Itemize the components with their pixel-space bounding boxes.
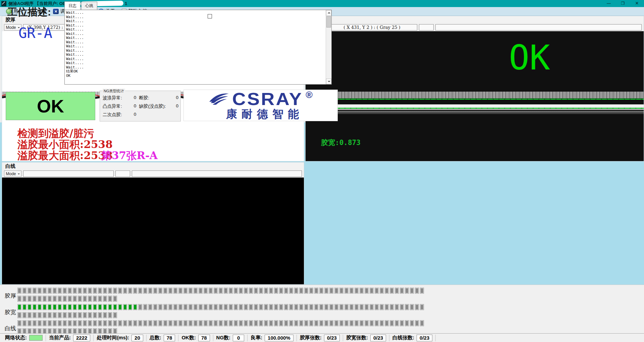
frame-indicator-cell: [370, 304, 374, 310]
frame-indicator-cell: [108, 296, 112, 302]
frame-indicator-cell: [194, 288, 198, 294]
frame-indicator-cell: [133, 288, 137, 294]
result-ok-button[interactable]: OK: [6, 92, 95, 120]
frame-indicator-cell: [329, 320, 333, 326]
frame-indicator-cell: [53, 320, 57, 326]
frame-indicator-cell: [48, 288, 52, 294]
scroll-up-icon[interactable]: [326, 10, 331, 16]
frame-indicator-cell: [244, 288, 248, 294]
frame-indicator-cell: [229, 288, 233, 294]
frame-indicator-cell: [264, 320, 268, 326]
glue-strip-image: [306, 92, 644, 118]
white-line-toolbar: Mode: [2, 170, 304, 178]
ng-stat-value: 0: [176, 103, 178, 109]
frame-indicator-cell: [395, 288, 399, 294]
ng-stat-item: 断胶:0: [139, 95, 180, 101]
frame-indicator-cell: [269, 320, 273, 326]
tab-log[interactable]: 日志: [64, 1, 80, 10]
frame-indicator-cell: [163, 288, 167, 294]
frame-indicator-cell: [98, 296, 102, 302]
frame-indicator-cell: [420, 288, 424, 294]
frame-indicator-cell: [123, 304, 127, 310]
frame-indicator-cell: [58, 312, 62, 318]
frame-indicator-cell: [128, 320, 132, 326]
frame-indicator-cell: [299, 304, 303, 310]
log-checkbox[interactable]: [208, 14, 212, 18]
log-line: Wait....: [66, 65, 324, 70]
log-tabstrip: 日志心跳: [64, 2, 98, 10]
maximize-button[interactable]: ❐: [616, 0, 630, 7]
status-item-label: 当前产品:: [49, 335, 71, 341]
log-line: Wait....: [66, 32, 324, 36]
frame-indicator-cell: [385, 288, 389, 294]
frame-indicator-cell: [58, 304, 62, 310]
scrollbar-thumb[interactable]: [326, 16, 331, 28]
ng-stat-label: 凸点异常:: [103, 103, 122, 109]
scroll-down-icon[interactable]: [326, 79, 331, 84]
result-text-ok: OK: [509, 41, 550, 75]
frame-indicator-cell: [324, 288, 328, 294]
frame-indicator-cell: [259, 288, 263, 294]
frame-indicator-cell: [234, 320, 238, 326]
frame-indicator-cell: [224, 288, 228, 294]
frame-indicator-cell: [148, 288, 152, 294]
indicator-group: 胶宽: [0, 304, 425, 320]
wing-icon: [209, 92, 230, 106]
frame-indicator-cell: [68, 312, 72, 318]
frame-indicator-cell: [309, 288, 313, 294]
frame-indicator-cell: [88, 304, 92, 310]
ng-stat-label: 二次点胶:: [103, 112, 122, 118]
frame-indicator-cell: [22, 312, 26, 318]
mode-dropdown[interactable]: Mode: [4, 170, 21, 177]
frame-indicator-cell: [173, 304, 177, 310]
frame-indicator-cell: [209, 320, 213, 326]
frame-indicator-cell: [123, 288, 127, 294]
frame-indicator-cell: [189, 288, 193, 294]
status-item-label: OK数:: [181, 335, 196, 341]
log-output[interactable]: Wait....Wait....Wait....Wait....Wait....…: [64, 10, 332, 85]
frame-indicator-cell: [22, 296, 26, 302]
frame-indicator-cell: [33, 304, 37, 310]
frame-indicator-cell: [63, 288, 67, 294]
frame-indicator-cell: [113, 288, 117, 294]
frame-indicator-cell: [148, 320, 152, 326]
station-name: GR-A: [18, 25, 52, 41]
frame-indicator-cell: [53, 296, 57, 302]
frame-indicator-cell: [375, 304, 379, 310]
frame-indicator-cell: [22, 288, 26, 294]
frame-indicator-cell: [244, 320, 248, 326]
frame-indicator-cell: [405, 304, 409, 310]
frame-indicator-cell: [118, 320, 122, 326]
frame-indicator-cell: [249, 320, 253, 326]
frame-indicator-cell: [178, 320, 182, 326]
close-button[interactable]: ✕: [630, 0, 644, 7]
frame-indicator-cell: [98, 304, 102, 310]
glue-width-image[interactable]: OK 胶宽:0.873: [306, 31, 644, 161]
ng-stat-item: 二次点胶:0: [103, 112, 138, 118]
frame-indicator-cell: [78, 288, 82, 294]
log-line: Wait....: [66, 44, 324, 49]
frame-indicator-cell: [68, 288, 72, 294]
status-item-value: 0/23: [324, 335, 340, 341]
message-field: [435, 24, 642, 31]
frame-indicator-cell: [28, 312, 32, 318]
frame-indicator-cell: [138, 304, 142, 310]
frame-indicator-cell: [204, 320, 208, 326]
frame-indicator-cell: [199, 288, 203, 294]
white-line-image[interactable]: [2, 178, 304, 284]
frame-indicator-cell: [274, 288, 278, 294]
status-item-value: 0: [233, 335, 244, 341]
log-scrollbar[interactable]: [326, 10, 331, 84]
minimize-button[interactable]: —: [602, 0, 616, 7]
defect-message: 检测到溢胶/脏污 溢胶最小面积:2538 溢胶最大面积:2538: [17, 128, 113, 161]
frame-indicator-cell: [153, 304, 157, 310]
tab-heartbeat[interactable]: 心跳: [81, 2, 97, 10]
registered-mark: ®: [306, 90, 313, 100]
frame-indicator-cell: [324, 304, 328, 310]
frame-indicator-cell: [48, 312, 52, 318]
frame-indicator-cell: [88, 296, 92, 302]
frame-indicator-cell: [98, 320, 102, 326]
frame-indicator-cell: [319, 320, 323, 326]
frame-indicator-cell: [314, 288, 318, 294]
frame-indicator-cell: [168, 288, 172, 294]
